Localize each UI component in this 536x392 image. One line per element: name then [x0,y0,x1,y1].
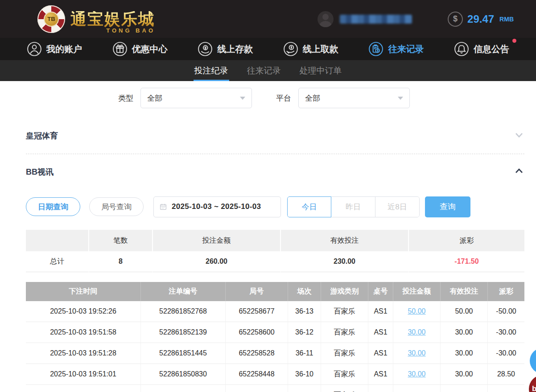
chevron-down-icon [398,97,403,100]
col-session: 场次 [288,282,321,301]
type-select-value: 全部 [147,93,162,103]
col-payout: 派彩 [488,282,524,301]
platform-select-value: 全部 [305,93,320,103]
bell-icon [454,41,469,57]
withdraw-icon [283,41,298,57]
bet-amount-link[interactable]: 50.00 [408,307,425,315]
summary-header-count: 笔数 [89,230,153,251]
dollar-coin-icon: $ [448,12,463,27]
bet-table-body: 2025-10-03 19:52:26522861852768 65225867… [26,301,524,392]
nav-item-my-account[interactable]: 我的账户 [27,41,82,57]
date-range-input[interactable]: 2025-10-03 ~ 2025-10-03 [153,196,281,217]
col-game-type: 游戏类别 [321,282,368,301]
last-8-days-button[interactable]: 近8日 [375,196,420,217]
col-order-id: 注单编号 [141,282,226,301]
today-button[interactable]: 今日 [287,196,331,217]
col-bet-amount: 投注金额 [393,282,441,301]
bet-records-table: 下注时间 注单编号 局号 场次 游戏类别 桌号 投注金额 有效投注 派彩 202… [26,282,524,392]
type-filter-label: 类型 [118,93,133,103]
user-avatar[interactable] [317,11,334,27]
date-range-value: 2025-10-03 ~ 2025-10-03 [172,202,261,211]
section-title: 皇冠体育 [26,131,58,141]
nav-label: 优惠中心 [132,43,168,55]
search-button[interactable]: 查询 [425,196,470,217]
section-bb-live[interactable]: BB视讯 [26,154,524,190]
bet-amount-link[interactable]: 30.00 [408,349,425,357]
platform-select[interactable]: 全部 [298,88,410,108]
summary-header-empty [26,230,89,251]
summary-payout: -171.50 [409,251,524,272]
table-row: 2025-10-03 19:51:58522861852139 65225860… [26,322,524,343]
tab-pending-orders[interactable]: 处理中订单 [299,60,343,81]
nav-label: 线上取款 [303,43,338,55]
yesterday-button[interactable]: 昨日 [331,196,375,217]
service-button-label: b [532,384,536,392]
summary-total-label: 总计 [26,251,89,272]
type-select[interactable]: 全部 [140,88,252,108]
nav-item-transaction-records[interactable]: 往来记录 [368,41,424,57]
brand-subtitle: TONG BAO [106,28,155,33]
brand-logo[interactable]: TB 通宝娱乐城 TONG BAO [37,5,155,33]
username-blurred [340,15,412,24]
quick-range-group: 今日 昨日 近8日 [287,196,420,217]
page: TB 通宝娱乐城 TONG BAO $ 29.47 RMB 我的账户 优惠中心 [0,0,536,392]
summary-header-bet: 投注金额 [153,230,281,251]
nav-item-withdraw[interactable]: 线上取款 [283,41,338,57]
deposit-icon [198,41,213,57]
table-row: 2025-10-03 19:50:29522861850039 65225835… [26,385,524,392]
nav-item-deposit[interactable]: 线上存款 [198,41,253,57]
summary-bet-amount: 260.00 [153,251,281,272]
table-row: 2025-10-03 19:52:26522861852768 65225867… [26,301,524,322]
chip-monogram: TB [44,12,59,27]
user-icon [27,41,42,57]
record-subtabs: 投注纪录 往来记录 处理中订单 [0,60,536,81]
round-query-button[interactable]: 局号查询 [89,197,144,216]
summary-valid-bet: 230.00 [281,251,409,272]
col-valid-bet: 有效投注 [441,282,488,301]
chevron-up-icon[interactable] [514,166,524,178]
bet-amount-link[interactable]: 30.00 [408,328,425,336]
table-row: 2025-10-03 19:51:28522861851445 65225852… [26,343,524,364]
gift-icon [112,41,128,57]
section-crown-sports[interactable]: 皇冠体育 [26,118,524,154]
brand-title: 通宝娱乐城 [70,11,155,27]
summary-table: 笔数 投注金额 有效投注 派彩 总计 8 260.00 230.00 -171.… [26,230,524,272]
tab-bet-records[interactable]: 投注纪录 [194,60,229,81]
nav-label: 往来记录 [388,43,424,55]
nav-item-announcements[interactable]: 信息公告 [454,41,509,57]
platform-filter-label: 平台 [276,93,291,103]
notification-badge-dot [512,39,516,43]
summary-header-valid: 有效投注 [281,230,409,251]
col-bet-time: 下注时间 [26,282,141,301]
summary-total-row: 总计 8 260.00 230.00 -171.50 [26,251,524,272]
table-row: 2025-10-03 19:51:01522861850830 65225844… [26,364,524,385]
top-header: TB 通宝娱乐城 TONG BAO $ 29.47 RMB [0,0,536,38]
nav-label: 我的账户 [46,43,82,55]
query-controls: 日期查询 局号查询 2025-10-03 ~ 2025-10-03 今日 昨日 … [26,196,524,217]
calendar-icon [159,203,167,211]
casino-chip-icon: TB [37,5,65,33]
chevron-down-icon [240,97,245,100]
col-table-no: 桌号 [368,282,393,301]
section-title: BB视讯 [26,167,54,177]
chevron-down-icon[interactable] [514,130,524,142]
main-nav: 我的账户 优惠中心 线上存款 线上取款 往来记录 信息公告 [0,38,536,60]
summary-header-payout: 派彩 [409,230,524,251]
bet-amount-link[interactable]: 30.00 [408,370,425,378]
nav-label: 信息公告 [474,43,509,55]
summary-count: 8 [89,251,153,272]
tab-transaction-records[interactable]: 往来记录 [246,60,282,81]
filter-row: 类型 全部 平台 全部 [26,88,524,108]
nav-label: 线上存款 [217,43,253,55]
balance-group[interactable]: $ 29.47 RMB [448,12,514,27]
nav-item-promotions[interactable]: 优惠中心 [112,41,168,57]
date-query-button[interactable]: 日期查询 [26,197,80,216]
records-icon [368,41,383,57]
balance-currency: RMB [499,16,514,23]
balance-amount: 29.47 [467,13,494,25]
col-round-id: 局号 [226,282,288,301]
content: 类型 全部 平台 全部 皇冠体育 BB视讯 日期查询 [0,81,536,392]
